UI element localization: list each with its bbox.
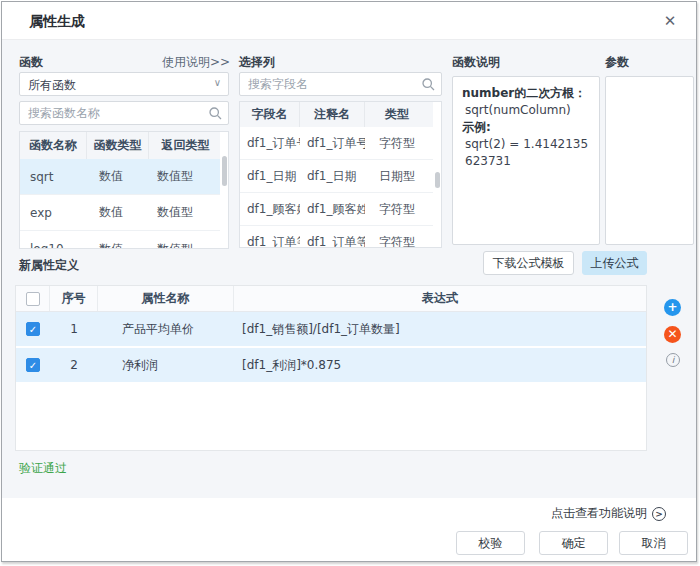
ok-button[interactable]: 确定 [539, 531, 608, 555]
column-search-input[interactable] [248, 74, 405, 94]
screen: 属性生成 ✕ 函数 使用说明>> 所有函数 ∨ 函数名称 函数类型 返回类型 s… [0, 0, 700, 566]
close-icon[interactable]: ✕ [660, 11, 680, 31]
attribute-row[interactable]: ✓ 2 净利润 [df1_利润]*0.875 [16, 348, 646, 384]
functions-table: 函数名称 函数类型 返回类型 sqrt 数值 数值型 exp 数值 数值型 lo… [19, 131, 229, 249]
col-header-expression: 表达式 [234, 286, 646, 311]
description-example-label: 示例: [462, 119, 590, 136]
function-filter-value: 所有函数 [28, 77, 76, 94]
attr-seq: 1 [50, 322, 98, 336]
function-description-box: number的二次方根： sqrt(numColumn) 示例: sqrt(2)… [452, 76, 600, 245]
parameters-label: 参数 [605, 54, 629, 71]
dialog-header: 属性生成 ✕ [2, 2, 696, 40]
info-icon[interactable]: i [666, 353, 680, 367]
select-columns-label: 选择列 [239, 54, 275, 71]
description-example: sqrt(2) = 1.4142135623731 [462, 136, 590, 170]
dialog-body: 函数 使用说明>> 所有函数 ∨ 函数名称 函数类型 返回类型 sqrt 数值 … [2, 40, 696, 498]
functions-label: 函数 [19, 54, 43, 71]
scrollbar-thumb[interactable] [435, 172, 440, 188]
col-header-field: 字段名 [240, 102, 300, 127]
attr-name: 产品平均单价 [98, 321, 234, 338]
function-description-label: 函数说明 [452, 54, 500, 71]
function-row-sqrt[interactable]: sqrt 数值 数值型 [20, 159, 228, 195]
function-row-log10[interactable]: log10 数值 数值型 [20, 231, 228, 249]
dialog-footer: 点击查看功能说明 > 校验 确定 取消 [2, 498, 696, 562]
column-search-box [239, 72, 442, 96]
select-all-checkbox[interactable] [26, 292, 40, 306]
col-header-return-type: 返回类型 [149, 132, 222, 159]
column-row[interactable]: df1_订单号 df1_订单号 字符型 [240, 127, 441, 160]
help-link-text: 点击查看功能说明 [551, 505, 647, 522]
row-checkbox[interactable]: ✓ [26, 322, 40, 336]
upload-formula-button[interactable]: 上传公式 [582, 251, 647, 275]
description-title: number的二次方根： [462, 85, 590, 102]
new-attribute-label: 新属性定义 [19, 257, 79, 274]
search-icon [209, 107, 222, 120]
add-row-icon[interactable]: + [664, 299, 681, 316]
validation-status: 验证通过 [19, 460, 67, 477]
download-template-button[interactable]: 下载公式模板 [483, 251, 574, 275]
col-header-comment: 注释名 [300, 102, 365, 127]
attribute-table-header: 序号 属性名称 表达式 [16, 286, 646, 312]
col-header-func-name: 函数名称 [20, 132, 87, 159]
attribute-table: 序号 属性名称 表达式 ✓ 1 产品平均单价 [df1_销售额]/[df1_订单… [15, 285, 647, 451]
verify-button[interactable]: 校验 [456, 531, 525, 555]
cancel-button[interactable]: 取消 [619, 531, 688, 555]
attribute-row[interactable]: ✓ 1 产品平均单价 [df1_销售额]/[df1_订单数量] [16, 312, 646, 348]
columns-table-header: 字段名 注释名 类型 [240, 102, 441, 127]
search-icon [422, 78, 435, 91]
column-row[interactable]: df1_订单等级 df1_订单等级 字符型 [240, 226, 441, 248]
columns-table-scrollbar [433, 102, 441, 247]
functions-table-scrollbar [220, 132, 228, 248]
attr-expression: [df1_利润]*0.875 [234, 357, 646, 374]
usage-instructions-link[interactable]: 使用说明>> [162, 54, 230, 71]
attr-expression: [df1_销售额]/[df1_订单数量] [234, 321, 646, 338]
function-filter-select[interactable]: 所有函数 ∨ [19, 72, 229, 96]
functions-table-header: 函数名称 函数类型 返回类型 [20, 132, 228, 159]
columns-table: 字段名 注释名 类型 df1_订单号 df1_订单号 字符型 df1_日期 df… [239, 101, 442, 248]
scrollbar-thumb[interactable] [222, 156, 227, 186]
attribute-generation-dialog: 属性生成 ✕ 函数 使用说明>> 所有函数 ∨ 函数名称 函数类型 返回类型 s… [1, 1, 697, 562]
dialog-title: 属性生成 [29, 13, 85, 31]
view-function-help-link[interactable]: 点击查看功能说明 > [551, 505, 666, 522]
column-row[interactable]: df1_顾客姓名 df1_顾客姓名 字符型 [240, 193, 441, 226]
chevron-down-icon: ∨ [214, 77, 221, 88]
col-header-func-type: 函数类型 [87, 132, 149, 159]
function-search-box [19, 101, 229, 125]
col-header-seq: 序号 [50, 286, 98, 311]
attr-seq: 2 [50, 358, 98, 372]
column-row[interactable]: df1_日期 df1_日期 日期型 [240, 160, 441, 193]
row-checkbox[interactable]: ✓ [26, 358, 40, 372]
col-header-type: 类型 [365, 102, 429, 127]
function-row-exp[interactable]: exp 数值 数值型 [20, 195, 228, 231]
col-header-attr-name: 属性名称 [98, 286, 234, 311]
attr-name: 净利润 [98, 357, 234, 374]
delete-row-icon[interactable]: ✕ [664, 326, 681, 343]
function-search-input[interactable] [28, 103, 190, 123]
circle-arrow-icon: > [652, 507, 666, 521]
parameters-box [605, 76, 694, 245]
description-signature: sqrt(numColumn) [462, 102, 590, 119]
